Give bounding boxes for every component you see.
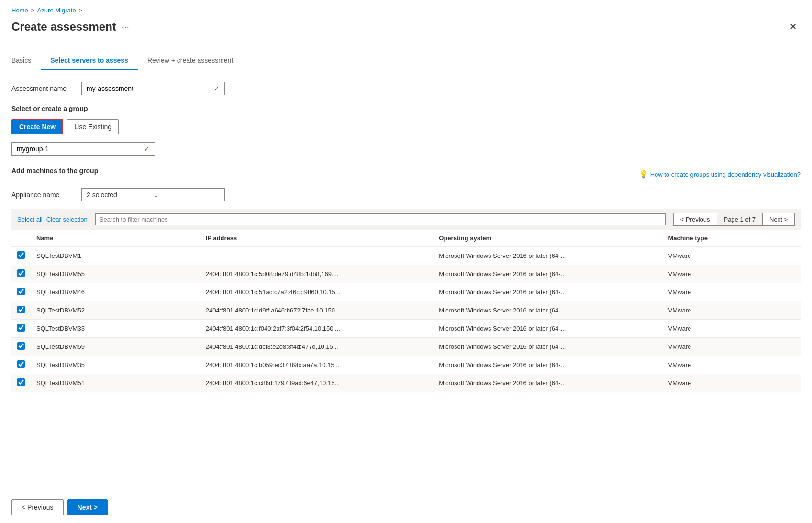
row-ip: 2404:f801:4800:1c:d9ff:a646:b672:7fae,10… xyxy=(200,301,434,320)
row-type: VMware xyxy=(663,283,801,301)
row-name: SQLTestDBVM1 xyxy=(31,247,200,265)
row-ip: 2404:f801:4800:1c:dcf3:e2e8:8f4d:477d,10… xyxy=(200,338,434,356)
clear-selection-link[interactable]: Clear selection xyxy=(46,216,88,223)
row-name: SQLTestDBVM52 xyxy=(31,301,200,320)
previous-button-table[interactable]: < Previous xyxy=(673,213,717,226)
add-machines-section: Add machines to the group 💡 How to creat… xyxy=(11,167,801,201)
assessment-name-label: Assessment name xyxy=(11,85,74,92)
breadcrumb-home[interactable]: Home xyxy=(11,7,28,14)
table-row: SQLTestDBVM35 2404:f801:4800:1c:b059:ec3… xyxy=(11,356,801,374)
row-type: VMware xyxy=(663,356,801,374)
row-checkbox[interactable] xyxy=(17,288,25,295)
machines-table: Name IP address Operating system Machine… xyxy=(11,230,801,392)
table-row: SQLTestDBVM52 2404:f801:4800:1c:d9ff:a64… xyxy=(11,301,801,320)
group-name-input-wrapper: ✓ xyxy=(11,142,155,156)
table-toolbar: Select all Clear selection < Previous Pa… xyxy=(11,209,801,230)
group-buttons: Create New Use Existing xyxy=(11,119,801,134)
page-header: Create assessment ··· ✕ xyxy=(0,17,812,42)
chevron-down-icon: ⌄ xyxy=(153,191,220,199)
breadcrumb-azure-migrate[interactable]: Azure Migrate xyxy=(37,7,76,14)
tab-bar: Basics Select servers to assess Review +… xyxy=(11,52,801,70)
appliance-value: 2 selected xyxy=(87,191,153,199)
row-checkbox[interactable] xyxy=(17,378,25,386)
group-name-check: ✓ xyxy=(144,145,150,153)
page-title: Create assessment xyxy=(11,20,116,33)
assessment-name-input-wrapper: ✓ xyxy=(81,82,225,95)
col-checkbox xyxy=(11,230,31,247)
next-button-table[interactable]: Next > xyxy=(762,213,795,226)
row-checkbox-cell[interactable] xyxy=(11,374,31,392)
row-checkbox-cell[interactable] xyxy=(11,265,31,283)
content-area: Basics Select servers to assess Review +… xyxy=(0,42,812,402)
row-ip: 2404:f801:4800:1c:5d08:de79:d48b:1db8,16… xyxy=(200,265,434,283)
row-checkbox-cell[interactable] xyxy=(11,283,31,301)
col-type: Machine type xyxy=(663,230,801,247)
tab-select-servers[interactable]: Select servers to assess xyxy=(41,52,138,70)
col-ip: IP address xyxy=(200,230,434,247)
row-type: VMware xyxy=(663,247,801,265)
assessment-name-row: Assessment name ✓ xyxy=(11,82,801,95)
pagination-controls: < Previous Page 1 of 7 Next > xyxy=(673,213,795,226)
row-checkbox-cell[interactable] xyxy=(11,247,31,265)
row-name: SQLTestDBVM55 xyxy=(31,265,200,283)
row-name: SQLTestDBVM35 xyxy=(31,356,200,374)
help-link[interactable]: 💡 How to create groups using dependency … xyxy=(639,170,801,179)
row-os: Microsoft Windows Server 2016 or later (… xyxy=(433,338,662,356)
row-checkbox[interactable] xyxy=(17,360,25,368)
page-info: Page 1 of 7 xyxy=(717,213,763,226)
row-checkbox[interactable] xyxy=(17,324,25,332)
row-name: SQLTestDBVM33 xyxy=(31,320,200,338)
add-machines-title: Add machines to the group xyxy=(11,167,98,175)
row-os: Microsoft Windows Server 2016 or later (… xyxy=(433,247,662,265)
tab-basics[interactable]: Basics xyxy=(11,52,41,70)
assessment-name-input[interactable] xyxy=(87,85,214,92)
close-button[interactable]: ✕ xyxy=(786,20,801,34)
bulb-icon: 💡 xyxy=(639,170,648,179)
row-ip: 2404:f801:4800:1c:b059:ec37:89fc:aa7a,10… xyxy=(200,356,434,374)
row-checkbox[interactable] xyxy=(17,269,25,277)
page-ellipsis[interactable]: ··· xyxy=(122,22,129,32)
tab-review[interactable]: Review + create assessment xyxy=(138,52,243,70)
row-checkbox[interactable] xyxy=(17,342,25,350)
row-ip: 2404:f801:4800:1c:51ac:c7a2:46cc:9860,10… xyxy=(200,283,434,301)
table-row: SQLTestDBVM59 2404:f801:4800:1c:dcf3:e2e… xyxy=(11,338,801,356)
row-checkbox-cell[interactable] xyxy=(11,301,31,320)
next-button-footer[interactable]: Next > xyxy=(67,499,108,515)
breadcrumb: Home > Azure Migrate > xyxy=(0,0,812,17)
assessment-name-check: ✓ xyxy=(214,85,220,92)
row-name: SQLTestDBVM46 xyxy=(31,283,200,301)
group-name-input[interactable] xyxy=(17,145,144,153)
create-new-button[interactable]: Create New xyxy=(11,119,63,134)
previous-button-footer[interactable]: < Previous xyxy=(11,499,64,515)
appliance-select[interactable]: 2 selected ⌄ xyxy=(81,188,225,201)
row-os: Microsoft Windows Server 2016 or later (… xyxy=(433,320,662,338)
breadcrumb-sep1: > xyxy=(31,7,34,14)
select-all-link[interactable]: Select all xyxy=(17,216,43,223)
table-row: SQLTestDBVM51 2404:f801:4800:1c:c86d:179… xyxy=(11,374,801,392)
row-type: VMware xyxy=(663,320,801,338)
row-os: Microsoft Windows Server 2016 or later (… xyxy=(433,265,662,283)
add-machines-header: Add machines to the group 💡 How to creat… xyxy=(11,167,801,181)
row-name: SQLTestDBVM51 xyxy=(31,374,200,392)
row-name: SQLTestDBVM59 xyxy=(31,338,200,356)
row-os: Microsoft Windows Server 2016 or later (… xyxy=(433,283,662,301)
row-type: VMware xyxy=(663,374,801,392)
row-checkbox[interactable] xyxy=(17,251,25,259)
use-existing-button[interactable]: Use Existing xyxy=(67,119,119,134)
col-name: Name xyxy=(31,230,200,247)
row-ip xyxy=(200,247,434,265)
row-os: Microsoft Windows Server 2016 or later (… xyxy=(433,374,662,392)
footer-bar: < Previous Next > xyxy=(0,491,812,523)
table-row: SQLTestDBVM55 2404:f801:4800:1c:5d08:de7… xyxy=(11,265,801,283)
row-checkbox[interactable] xyxy=(17,306,25,313)
table-row: SQLTestDBVM33 2404:f801:4800:1c:f040:2af… xyxy=(11,320,801,338)
table-row: SQLTestDBVM46 2404:f801:4800:1c:51ac:c7a… xyxy=(11,283,801,301)
table-header-row: Name IP address Operating system Machine… xyxy=(11,230,801,247)
row-checkbox-cell[interactable] xyxy=(11,338,31,356)
group-name-row: ✓ xyxy=(11,142,801,156)
table-row: SQLTestDBVM1 Microsoft Windows Server 20… xyxy=(11,247,801,265)
col-os: Operating system xyxy=(433,230,662,247)
row-checkbox-cell[interactable] xyxy=(11,320,31,338)
search-input[interactable] xyxy=(95,213,666,225)
row-checkbox-cell[interactable] xyxy=(11,356,31,374)
